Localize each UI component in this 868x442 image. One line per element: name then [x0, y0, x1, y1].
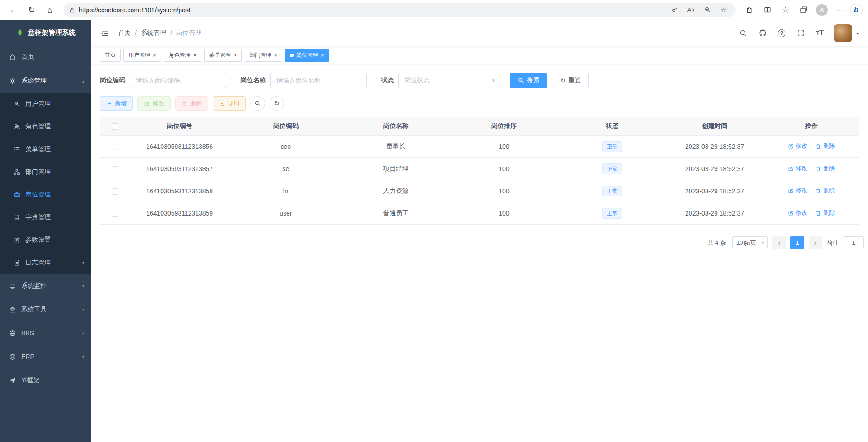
favorites-bar-icon[interactable]: ☆ [777, 2, 794, 18]
goto-page-input[interactable] [843, 236, 864, 249]
help-icon[interactable]: ? [777, 28, 787, 38]
sidebar-item-yi-framework[interactable]: Yi框架 [0, 368, 91, 392]
header-search-icon[interactable] [739, 28, 749, 38]
collapse-sidebar-icon[interactable] [100, 28, 110, 38]
read-aloud-icon[interactable]: A❩ [685, 4, 697, 16]
show-search-toggle-button[interactable] [250, 96, 265, 111]
reset-button[interactable]: ↻ 重置 [553, 73, 589, 88]
status-badge: 正常 [602, 141, 622, 152]
split-screen-icon[interactable] [759, 2, 775, 18]
row-checkbox[interactable] [112, 166, 118, 172]
sidebar-item-dept-mgmt[interactable]: 部门管理 [0, 161, 91, 183]
tab-dept-mgmt[interactable]: 部门管理 × [245, 49, 282, 62]
edit-button[interactable]: 修改 [137, 96, 171, 111]
user-avatar[interactable] [834, 24, 852, 42]
sidebar-item-label: 菜单管理 [25, 145, 51, 153]
monitor-icon [9, 283, 16, 290]
extensions-icon[interactable] [741, 2, 757, 18]
close-icon[interactable]: × [321, 53, 324, 58]
post-name-input[interactable] [270, 73, 367, 88]
password-key-icon[interactable] [668, 4, 681, 16]
sidebar-item-post-mgmt[interactable]: 岗位管理 [0, 183, 91, 206]
col-post-id: 岗位编号 [130, 117, 229, 135]
breadcrumb-home[interactable]: 首页 [118, 29, 131, 37]
breadcrumb-current: 岗位管理 [176, 29, 201, 37]
table-row: 1641030593112313858 hr 人力资源 100 正常 2023-… [100, 180, 859, 202]
next-page-button[interactable]: › [809, 236, 822, 249]
home-icon[interactable]: ⌂ [42, 2, 58, 18]
app-title: 意框架管理系统 [28, 29, 76, 37]
fullscreen-icon[interactable] [796, 28, 806, 38]
row-checkbox[interactable] [112, 211, 118, 217]
bing-icon[interactable]: b [850, 4, 863, 16]
sidebar-item-home[interactable]: 首页 [0, 45, 91, 69]
sidebar-item-dict-mgmt[interactable]: 字典管理 [0, 206, 91, 229]
close-icon[interactable]: × [153, 53, 156, 58]
post-code-input[interactable] [130, 73, 226, 88]
status-badge: 正常 [602, 163, 622, 174]
status-select[interactable]: 岗位状态 ▾ [398, 73, 499, 88]
sidebar-item-label: 首页 [21, 53, 34, 61]
page-1-button[interactable]: 1 [790, 236, 804, 249]
refresh-icon[interactable]: ↻ [24, 2, 40, 18]
sidebar-item-user-mgmt[interactable]: 用户管理 [0, 93, 91, 115]
row-edit-link[interactable]: 修改 [788, 164, 807, 172]
font-size-icon[interactable]: TT [815, 28, 825, 38]
prev-page-button[interactable]: ‹ [772, 236, 786, 249]
sidebar-item-menu-mgmt[interactable]: 菜单管理 [0, 138, 91, 161]
favorite-star-icon[interactable]: ☆＋ [717, 4, 730, 16]
cell-created: 2023-03-29 18:52:37 [665, 202, 764, 224]
address-bar[interactable]: https://ccnetcore.com:1101/system/post A… [64, 3, 736, 17]
back-icon[interactable]: ← [5, 2, 22, 18]
sidebar-item-system[interactable]: 系统管理 ▴ [0, 69, 91, 93]
row-delete-link[interactable]: 删除 [815, 187, 835, 195]
chevron-down-icon: ▾ [762, 240, 764, 245]
row-delete-link[interactable]: 删除 [815, 142, 835, 150]
row-edit-link[interactable]: 修改 [788, 209, 807, 217]
tab-menu-mgmt[interactable]: 菜单管理 × [204, 49, 242, 62]
tab-home[interactable]: 首页 [100, 49, 121, 62]
select-all-checkbox[interactable] [112, 123, 118, 130]
close-icon[interactable]: × [193, 53, 196, 58]
tab-label: 菜单管理 [209, 51, 231, 59]
row-delete-link[interactable]: 删除 [815, 209, 835, 217]
sidebar-item-monitor[interactable]: 系统监控 ▾ [0, 274, 91, 298]
browser-profile-icon[interactable] [814, 2, 830, 18]
sidebar-item-erp[interactable]: ERP ▾ [0, 345, 91, 368]
zoom-icon[interactable] [701, 4, 714, 16]
row-checkbox[interactable] [112, 144, 118, 150]
sidebar-item-param-settings[interactable]: 参数设置 [0, 229, 91, 251]
tab-user-mgmt[interactable]: 用户管理 × [123, 49, 161, 62]
row-delete-link[interactable]: 删除 [815, 164, 835, 172]
edit-icon [788, 143, 794, 149]
refresh-table-button[interactable]: ↻ [270, 96, 284, 111]
close-icon[interactable]: × [274, 53, 277, 58]
tab-label: 用户管理 [128, 51, 150, 59]
row-edit-link[interactable]: 修改 [788, 187, 807, 195]
chevron-down-icon: ▾ [492, 78, 495, 83]
collections-icon[interactable] [795, 2, 812, 18]
sidebar-item-log-mgmt[interactable]: 日志管理 ▾ [0, 251, 91, 274]
github-icon[interactable] [758, 28, 768, 38]
table-row: 1641030593112313859 user 普通员工 100 正常 202… [100, 202, 859, 224]
tab-role-mgmt[interactable]: 角色管理 × [164, 49, 201, 62]
sidebar-item-tools[interactable]: 系统工具 ▾ [0, 298, 91, 321]
tab-post-mgmt[interactable]: 岗位管理 × [285, 49, 329, 62]
sidebar-item-role-mgmt[interactable]: 角色管理 [0, 115, 91, 138]
chevron-down-icon: ▾ [82, 354, 84, 359]
breadcrumb-system[interactable]: 系统管理 [141, 29, 166, 37]
users-icon [14, 123, 20, 130]
row-checkbox[interactable] [112, 188, 118, 195]
avatar-caret-icon[interactable]: ▾ [857, 31, 859, 36]
page-size-select[interactable]: 10条/页 ▾ [732, 236, 768, 249]
row-edit-link[interactable]: 修改 [788, 142, 807, 150]
cell-post-code: ceo [229, 135, 343, 157]
export-button[interactable]: 导出 [213, 96, 246, 111]
more-menu-icon[interactable]: ⋯ [832, 2, 848, 18]
gear-icon [9, 78, 16, 84]
add-button[interactable]: ＋ 新增 [100, 96, 133, 111]
close-icon[interactable]: × [234, 53, 237, 58]
search-button[interactable]: 搜索 [510, 73, 547, 88]
sidebar-item-bbs[interactable]: BBS ▾ [0, 321, 91, 345]
delete-button[interactable]: 删除 [175, 96, 208, 111]
